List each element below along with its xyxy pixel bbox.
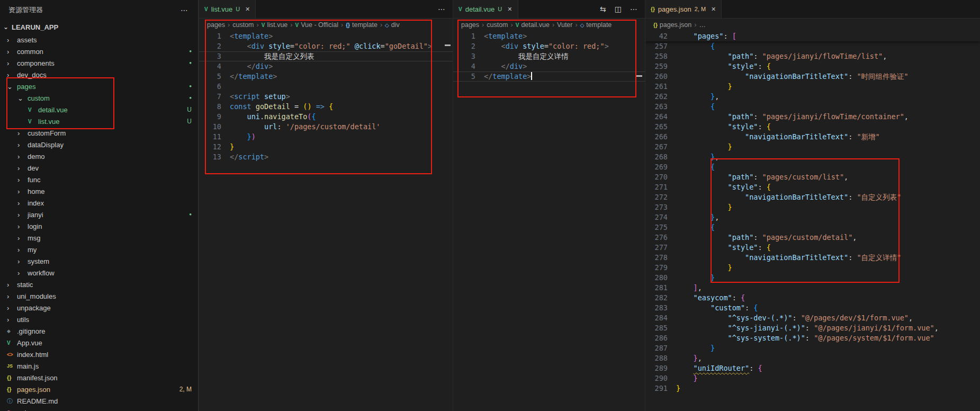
tab-pages-json[interactable]: {} pages.json 2, M ✕ [645, 0, 722, 18]
code-line-268[interactable]: 268 }, [645, 152, 980, 162]
code-line-260[interactable]: 260 "navigationBarTitleText": "时间组件验证" [645, 72, 980, 82]
code-line-291[interactable]: 291} [645, 383, 980, 394]
breadcrumb-item-list-vue[interactable]: Vlist.vue [262, 21, 288, 29]
code-line-266[interactable]: 266 "navigationBarTitleText": "新增" [645, 132, 980, 142]
code-line-269[interactable]: 269 { [645, 162, 980, 172]
code-line-272[interactable]: 272 "navigationBarTitleText": "自定义列表" [645, 192, 980, 202]
open-changes-icon[interactable]: ⇆ [600, 5, 606, 13]
code-line-285[interactable]: 285 "^sys-jianyi-(.*)": "@/pages/jianyi/… [645, 323, 980, 333]
folder-index[interactable]: ›index [0, 197, 198, 209]
close-icon[interactable]: ✕ [507, 6, 512, 13]
code-line-277[interactable]: 277 "style": { [645, 243, 980, 253]
code-line-3[interactable]: 3 我是自定义详情 [453, 51, 645, 61]
code-editor-list-vue[interactable]: 1<template>2 <div style="color: red;" @c… [199, 31, 453, 411]
code-line-3[interactable]: 3 我是自定义列表 [199, 51, 453, 61]
code-line-258[interactable]: 258 "path": "pages/jianyi/flowTime/list"… [645, 51, 980, 61]
more-actions-icon[interactable]: ⋯ [438, 5, 445, 13]
code-editor-pages-json[interactable]: 42 "pages": [257 {258 "path": "pages/jia… [645, 31, 980, 411]
folder-unpackage[interactable]: ›unpackage [0, 302, 198, 314]
code-line-261[interactable]: 261 } [645, 82, 980, 92]
file-main-js[interactable]: JSmain.js [0, 360, 198, 372]
code-line-265[interactable]: 265 "style": { [645, 122, 980, 132]
breadcrumb-item-div[interactable]: ◇div [385, 21, 400, 29]
code-line-42[interactable]: 42 "pages": [ [645, 31, 980, 41]
code-line-9[interactable]: 9 uni.navigateTo({ [199, 112, 453, 122]
code-line-1[interactable]: 1<template> [453, 31, 645, 41]
file-index-html[interactable]: <>index.html [0, 349, 198, 360]
close-icon[interactable]: ✕ [711, 6, 716, 13]
folder-workflow[interactable]: ›workflow [0, 267, 198, 279]
folder-home[interactable]: ›home [0, 185, 198, 197]
file-manifest-json[interactable]: {}manifest.json [0, 372, 198, 383]
code-line-270[interactable]: 270 "path": "pages/custom/list", [645, 172, 980, 182]
folder-datadisplay[interactable]: ›dataDisplay [0, 139, 198, 150]
code-line-5[interactable]: 5</template> [199, 72, 453, 82]
code-line-13[interactable]: 13</script> [199, 152, 453, 162]
code-line-263[interactable]: 263 { [645, 102, 980, 112]
folder-customform[interactable]: ›customForm [0, 127, 198, 139]
breadcrumb-item-vuter[interactable]: Vuter [557, 21, 572, 29]
code-line-278[interactable]: 278 "navigationBarTitleText": "自定义详情" [645, 253, 980, 263]
code-line-2[interactable]: 2 <div style="color: red;" @click="goDet… [199, 41, 453, 51]
code-line-273[interactable]: 273 } [645, 202, 980, 212]
folder-common[interactable]: ›common● [0, 46, 198, 57]
folder-login[interactable]: ›login [0, 220, 198, 232]
file-app-vue[interactable]: VApp.vue [0, 337, 198, 349]
code-line-275[interactable]: 275 { [645, 222, 980, 233]
split-editor-icon[interactable]: ◫ [615, 5, 622, 13]
code-line-259[interactable]: 259 "style": { [645, 61, 980, 72]
code-line-267[interactable]: 267 } [645, 142, 980, 152]
file-gitignore[interactable]: ◆.gitignore [0, 325, 198, 337]
code-line-279[interactable]: 279 } [645, 263, 980, 273]
project-root-row[interactable]: ⌄ LEARUN_APP [0, 20, 198, 34]
folder-dev[interactable]: ›dev [0, 162, 198, 174]
folder-jianyi[interactable]: ›jianyi● [0, 209, 198, 220]
code-line-257[interactable]: 257 { [645, 41, 980, 51]
code-line-283[interactable]: 283 "custom": { [645, 303, 980, 313]
code-line-289[interactable]: 289 "uniIdRouter": { [645, 363, 980, 373]
folder-dev-docs[interactable]: ›dev_docs [0, 69, 198, 81]
file-pages-json[interactable]: {}pages.json2, M [0, 383, 198, 395]
code-line-276[interactable]: 276 "path": "pages/custom/detail", [645, 233, 980, 243]
breadcrumb-item-custom[interactable]: custom [487, 21, 508, 29]
folder-assets[interactable]: ›assets [0, 34, 198, 46]
tab-list-vue[interactable]: V list.vue U ✕ [199, 0, 256, 18]
code-line-287[interactable]: 287 } [645, 343, 980, 353]
code-line-5[interactable]: 5</template> [453, 72, 645, 82]
more-actions-icon[interactable]: ⋯ [630, 5, 637, 13]
code-line-11[interactable]: 11 }) [199, 132, 453, 142]
folder-system[interactable]: ›system [0, 255, 198, 267]
code-line-7[interactable]: 7<script setup> [199, 92, 453, 102]
breadcrumb-item-pages-json[interactable]: {}pages.json [653, 21, 691, 29]
code-line-6[interactable]: 6 [199, 82, 453, 92]
code-line-8[interactable]: 8const goDetail = () => { [199, 102, 453, 112]
tab-detail-vue[interactable]: V detail.vue U ✕ [453, 0, 518, 18]
code-line-288[interactable]: 288 }, [645, 353, 980, 363]
file-uni-scss[interactable]: Suni.scss [0, 407, 198, 411]
breadcrumb-item-[interactable]: … [699, 21, 706, 29]
code-line-2[interactable]: 2 <div style="color: red;"> [453, 41, 645, 51]
code-line-262[interactable]: 262 }, [645, 92, 980, 102]
breadcrumb-item-detail-vue[interactable]: Vdetail.vue [516, 21, 550, 29]
more-actions-icon[interactable]: ⋯ [181, 6, 188, 14]
code-line-1[interactable]: 1<template> [199, 31, 453, 41]
breadcrumb-item-pages[interactable]: pages [461, 21, 479, 29]
folder-custom[interactable]: ⌄custom● [0, 92, 198, 104]
code-line-271[interactable]: 271 "style": { [645, 182, 980, 192]
code-line-4[interactable]: 4 </div> [199, 61, 453, 72]
folder-demo[interactable]: ›demo [0, 150, 198, 162]
code-line-10[interactable]: 10 url: '/pages/custom/detail' [199, 122, 453, 132]
code-line-12[interactable]: 12} [199, 142, 453, 152]
folder-static[interactable]: ›static [0, 279, 198, 290]
folder-components[interactable]: ›components● [0, 57, 198, 69]
file-readme-md[interactable]: ⓘREADME.md [0, 395, 198, 407]
folder-uni-modules[interactable]: ›uni_modules [0, 290, 198, 302]
close-icon[interactable]: ✕ [245, 6, 250, 13]
code-line-4[interactable]: 4 </div> [453, 61, 645, 72]
code-line-264[interactable]: 264 "path": "pages/jianyi/flowTime/conta… [645, 112, 980, 122]
folder-func[interactable]: ›func [0, 174, 198, 185]
folder-utils[interactable]: ›utils [0, 314, 198, 325]
code-line-284[interactable]: 284 "^sys-dev-(.*)": "@/pages/dev/$1/for… [645, 313, 980, 323]
code-line-280[interactable]: 280 } [645, 273, 980, 283]
code-line-290[interactable]: 290 } [645, 373, 980, 383]
